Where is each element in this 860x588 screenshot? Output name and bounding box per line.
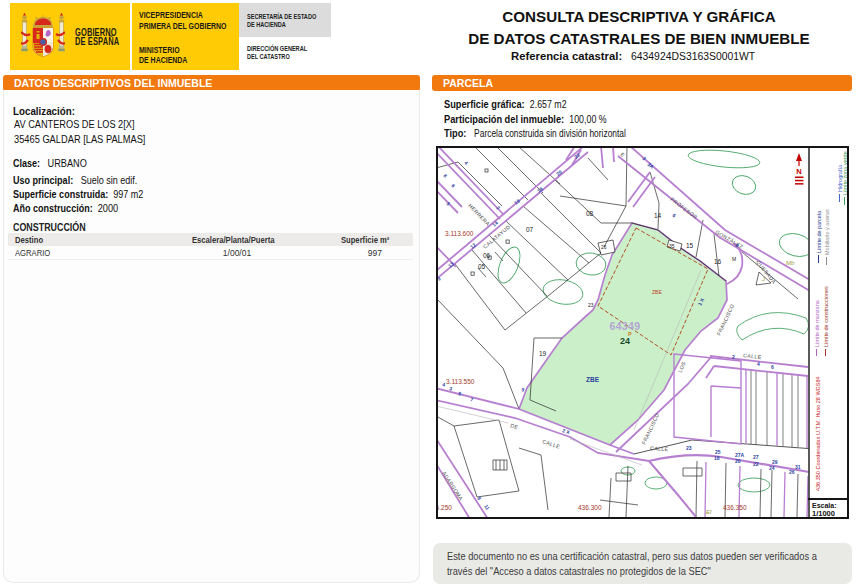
svg-text:DE: DE bbox=[510, 422, 520, 430]
svg-text:3.113.550: 3.113.550 bbox=[446, 378, 475, 385]
svg-text:14: 14 bbox=[654, 212, 662, 219]
svg-text:6: 6 bbox=[771, 364, 774, 370]
svg-text:06: 06 bbox=[483, 252, 491, 259]
svg-text:Límite zona verde: Límite zona verde bbox=[842, 151, 847, 195]
svg-text:ZBE: ZBE bbox=[652, 289, 662, 295]
svg-text:19: 19 bbox=[539, 350, 547, 357]
svg-text:24: 24 bbox=[769, 465, 775, 471]
svg-text:24: 24 bbox=[620, 336, 630, 346]
svg-text:23: 23 bbox=[588, 302, 594, 308]
svg-text:M: M bbox=[732, 256, 736, 262]
svg-text:26: 26 bbox=[789, 469, 795, 475]
svg-text:FRANCISCO: FRANCISCO bbox=[640, 412, 660, 445]
svg-text:Mobiliario y aceras: Mobiliario y aceras bbox=[824, 209, 830, 255]
svg-text:5: 5 bbox=[458, 390, 462, 397]
svg-text:3: 3 bbox=[449, 385, 453, 392]
svg-text:7: 7 bbox=[470, 396, 474, 403]
svg-text:N: N bbox=[796, 167, 801, 176]
svg-text:36.250: 36.250 bbox=[438, 504, 452, 511]
svg-text:CALLE: CALLE bbox=[650, 445, 669, 452]
svg-text:07: 07 bbox=[526, 226, 534, 233]
svg-text:CALLE: CALLE bbox=[743, 352, 762, 360]
svg-text:QUESADA: QUESADA bbox=[755, 259, 777, 285]
svg-text:35: 35 bbox=[669, 243, 675, 249]
svg-text:6: 6 bbox=[450, 183, 456, 189]
svg-text:4: 4 bbox=[757, 361, 760, 367]
svg-text:1/1000: 1/1000 bbox=[812, 509, 835, 517]
svg-text:11: 11 bbox=[483, 503, 491, 511]
svg-text:El: El bbox=[706, 509, 712, 515]
svg-text:6: 6 bbox=[671, 212, 677, 219]
svg-text:26: 26 bbox=[601, 244, 607, 250]
svg-text:16: 16 bbox=[714, 258, 722, 265]
svg-text:Límite de construcciones: Límite de construcciones bbox=[823, 286, 829, 347]
svg-text:23: 23 bbox=[686, 445, 692, 451]
svg-text:Límite de manzana: Límite de manzana bbox=[814, 299, 820, 347]
svg-text:08: 08 bbox=[586, 210, 594, 217]
svg-text:27: 27 bbox=[753, 454, 759, 460]
svg-text:05: 05 bbox=[478, 263, 486, 270]
svg-text:8: 8 bbox=[442, 173, 448, 179]
svg-text:Mb: Mb bbox=[786, 260, 795, 266]
svg-text:9: 9 bbox=[476, 495, 483, 501]
svg-text:18: 18 bbox=[714, 455, 720, 461]
svg-text:22: 22 bbox=[753, 461, 759, 467]
svg-text:3.113.600: 3.113.600 bbox=[445, 230, 474, 237]
svg-text:ADARGOMA: ADARGOMA bbox=[441, 470, 464, 501]
svg-text:436.350: 436.350 bbox=[723, 504, 747, 511]
svg-text:Límite de parcela: Límite de parcela bbox=[816, 210, 822, 253]
svg-text:4: 4 bbox=[463, 160, 469, 166]
svg-text:Escala:: Escala: bbox=[812, 502, 837, 509]
svg-text:J: J bbox=[761, 276, 766, 282]
svg-text:436.300: 436.300 bbox=[578, 504, 602, 511]
svg-text:15: 15 bbox=[686, 242, 694, 249]
svg-text:31: 31 bbox=[795, 464, 801, 470]
svg-text:2: 2 bbox=[732, 354, 735, 360]
svg-text:436.350 Coordenadas U.T.M. Hus: 436.350 Coordenadas U.T.M. Huso 28 WGS84 bbox=[815, 376, 821, 491]
svg-text:CALLE: CALLE bbox=[542, 438, 562, 449]
svg-text:ZBE: ZBE bbox=[586, 376, 600, 383]
svg-text:20: 20 bbox=[735, 458, 741, 464]
svg-text:64349: 64349 bbox=[609, 320, 640, 332]
